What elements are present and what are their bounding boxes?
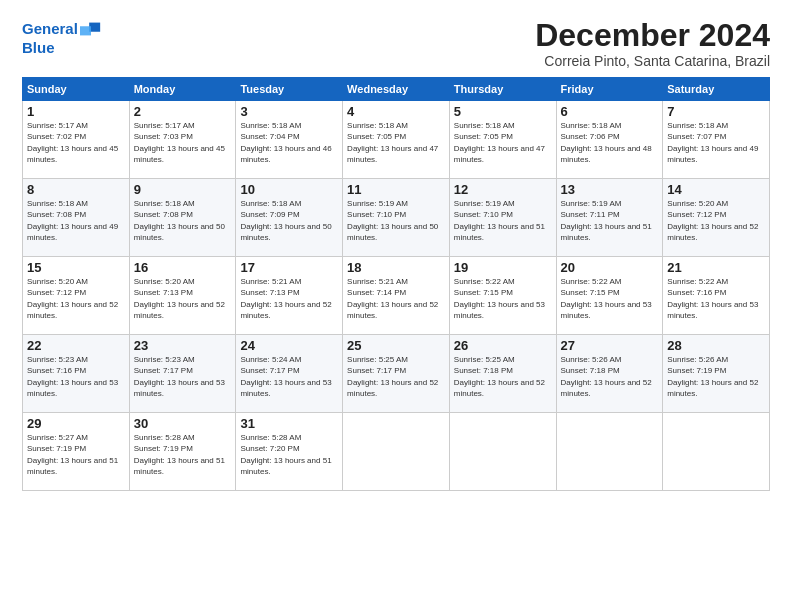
calendar-cell: 4Sunrise: 5:18 AMSunset: 7:05 PMDaylight…: [343, 101, 450, 179]
calendar-cell: 3Sunrise: 5:18 AMSunset: 7:04 PMDaylight…: [236, 101, 343, 179]
col-tuesday: Tuesday: [236, 78, 343, 101]
header: General Blue December 2024 Correia Pinto…: [22, 18, 770, 69]
day-number: 4: [347, 104, 445, 119]
day-number: 10: [240, 182, 338, 197]
col-thursday: Thursday: [449, 78, 556, 101]
day-number: 24: [240, 338, 338, 353]
calendar-cell: 21Sunrise: 5:22 AMSunset: 7:16 PMDayligh…: [663, 257, 770, 335]
day-number: 1: [27, 104, 125, 119]
day-number: 19: [454, 260, 552, 275]
calendar-cell: 25Sunrise: 5:25 AMSunset: 7:17 PMDayligh…: [343, 335, 450, 413]
calendar-cell: 28Sunrise: 5:26 AMSunset: 7:19 PMDayligh…: [663, 335, 770, 413]
sunrise-text: Sunrise: 5:26 AMSunset: 7:19 PMDaylight:…: [667, 355, 758, 398]
col-monday: Monday: [129, 78, 236, 101]
header-row: Sunday Monday Tuesday Wednesday Thursday…: [23, 78, 770, 101]
logo-icon: [80, 18, 102, 40]
day-number: 16: [134, 260, 232, 275]
day-number: 6: [561, 104, 659, 119]
calendar-cell: [556, 413, 663, 491]
calendar-cell: 7Sunrise: 5:18 AMSunset: 7:07 PMDaylight…: [663, 101, 770, 179]
calendar-cell: 14Sunrise: 5:20 AMSunset: 7:12 PMDayligh…: [663, 179, 770, 257]
calendar-cell: 2Sunrise: 5:17 AMSunset: 7:03 PMDaylight…: [129, 101, 236, 179]
calendar-cell: [343, 413, 450, 491]
calendar-cell: 11Sunrise: 5:19 AMSunset: 7:10 PMDayligh…: [343, 179, 450, 257]
sunrise-text: Sunrise: 5:18 AMSunset: 7:08 PMDaylight:…: [134, 199, 225, 242]
calendar-cell: 18Sunrise: 5:21 AMSunset: 7:14 PMDayligh…: [343, 257, 450, 335]
sunrise-text: Sunrise: 5:22 AMSunset: 7:15 PMDaylight:…: [561, 277, 652, 320]
day-number: 25: [347, 338, 445, 353]
logo-general: General: [22, 20, 78, 37]
calendar-cell: 23Sunrise: 5:23 AMSunset: 7:17 PMDayligh…: [129, 335, 236, 413]
day-number: 8: [27, 182, 125, 197]
month-title: December 2024: [535, 18, 770, 53]
day-number: 20: [561, 260, 659, 275]
sunrise-text: Sunrise: 5:18 AMSunset: 7:06 PMDaylight:…: [561, 121, 652, 164]
calendar-cell: 5Sunrise: 5:18 AMSunset: 7:05 PMDaylight…: [449, 101, 556, 179]
sunrise-text: Sunrise: 5:19 AMSunset: 7:10 PMDaylight:…: [454, 199, 545, 242]
calendar-cell: 9Sunrise: 5:18 AMSunset: 7:08 PMDaylight…: [129, 179, 236, 257]
calendar-cell: 24Sunrise: 5:24 AMSunset: 7:17 PMDayligh…: [236, 335, 343, 413]
logo-blue: Blue: [22, 40, 102, 57]
sunrise-text: Sunrise: 5:28 AMSunset: 7:20 PMDaylight:…: [240, 433, 331, 476]
sunrise-text: Sunrise: 5:27 AMSunset: 7:19 PMDaylight:…: [27, 433, 118, 476]
calendar-cell: 8Sunrise: 5:18 AMSunset: 7:08 PMDaylight…: [23, 179, 130, 257]
sunrise-text: Sunrise: 5:18 AMSunset: 7:09 PMDaylight:…: [240, 199, 331, 242]
logo: General Blue: [22, 18, 102, 57]
sunrise-text: Sunrise: 5:25 AMSunset: 7:18 PMDaylight:…: [454, 355, 545, 398]
calendar-week-1: 1Sunrise: 5:17 AMSunset: 7:02 PMDaylight…: [23, 101, 770, 179]
day-number: 5: [454, 104, 552, 119]
day-number: 28: [667, 338, 765, 353]
calendar-cell: 22Sunrise: 5:23 AMSunset: 7:16 PMDayligh…: [23, 335, 130, 413]
calendar-week-3: 15Sunrise: 5:20 AMSunset: 7:12 PMDayligh…: [23, 257, 770, 335]
day-number: 17: [240, 260, 338, 275]
calendar-cell: 12Sunrise: 5:19 AMSunset: 7:10 PMDayligh…: [449, 179, 556, 257]
calendar-cell: 30Sunrise: 5:28 AMSunset: 7:19 PMDayligh…: [129, 413, 236, 491]
calendar-cell: 19Sunrise: 5:22 AMSunset: 7:15 PMDayligh…: [449, 257, 556, 335]
sunrise-text: Sunrise: 5:20 AMSunset: 7:13 PMDaylight:…: [134, 277, 225, 320]
sunrise-text: Sunrise: 5:19 AMSunset: 7:10 PMDaylight:…: [347, 199, 438, 242]
sunrise-text: Sunrise: 5:28 AMSunset: 7:19 PMDaylight:…: [134, 433, 225, 476]
calendar-cell: 10Sunrise: 5:18 AMSunset: 7:09 PMDayligh…: [236, 179, 343, 257]
day-number: 15: [27, 260, 125, 275]
sunrise-text: Sunrise: 5:18 AMSunset: 7:05 PMDaylight:…: [347, 121, 438, 164]
sunrise-text: Sunrise: 5:24 AMSunset: 7:17 PMDaylight:…: [240, 355, 331, 398]
sunrise-text: Sunrise: 5:25 AMSunset: 7:17 PMDaylight:…: [347, 355, 438, 398]
calendar-cell: [449, 413, 556, 491]
day-number: 9: [134, 182, 232, 197]
calendar-cell: 16Sunrise: 5:20 AMSunset: 7:13 PMDayligh…: [129, 257, 236, 335]
col-sunday: Sunday: [23, 78, 130, 101]
day-number: 14: [667, 182, 765, 197]
sunrise-text: Sunrise: 5:21 AMSunset: 7:13 PMDaylight:…: [240, 277, 331, 320]
logo-text: General: [22, 21, 78, 38]
sunrise-text: Sunrise: 5:20 AMSunset: 7:12 PMDaylight:…: [27, 277, 118, 320]
day-number: 23: [134, 338, 232, 353]
sunrise-text: Sunrise: 5:21 AMSunset: 7:14 PMDaylight:…: [347, 277, 438, 320]
calendar-week-4: 22Sunrise: 5:23 AMSunset: 7:16 PMDayligh…: [23, 335, 770, 413]
sunrise-text: Sunrise: 5:18 AMSunset: 7:04 PMDaylight:…: [240, 121, 331, 164]
calendar-cell: [663, 413, 770, 491]
title-block: December 2024 Correia Pinto, Santa Catar…: [535, 18, 770, 69]
sunrise-text: Sunrise: 5:17 AMSunset: 7:02 PMDaylight:…: [27, 121, 118, 164]
sunrise-text: Sunrise: 5:22 AMSunset: 7:15 PMDaylight:…: [454, 277, 545, 320]
calendar-table: Sunday Monday Tuesday Wednesday Thursday…: [22, 77, 770, 491]
sunrise-text: Sunrise: 5:20 AMSunset: 7:12 PMDaylight:…: [667, 199, 758, 242]
day-number: 30: [134, 416, 232, 431]
calendar-cell: 15Sunrise: 5:20 AMSunset: 7:12 PMDayligh…: [23, 257, 130, 335]
calendar-page: General Blue December 2024 Correia Pinto…: [0, 0, 792, 612]
day-number: 7: [667, 104, 765, 119]
day-number: 12: [454, 182, 552, 197]
calendar-cell: 29Sunrise: 5:27 AMSunset: 7:19 PMDayligh…: [23, 413, 130, 491]
day-number: 3: [240, 104, 338, 119]
day-number: 29: [27, 416, 125, 431]
calendar-cell: 1Sunrise: 5:17 AMSunset: 7:02 PMDaylight…: [23, 101, 130, 179]
calendar-cell: 20Sunrise: 5:22 AMSunset: 7:15 PMDayligh…: [556, 257, 663, 335]
day-number: 18: [347, 260, 445, 275]
day-number: 13: [561, 182, 659, 197]
calendar-week-2: 8Sunrise: 5:18 AMSunset: 7:08 PMDaylight…: [23, 179, 770, 257]
calendar-week-5: 29Sunrise: 5:27 AMSunset: 7:19 PMDayligh…: [23, 413, 770, 491]
sunrise-text: Sunrise: 5:23 AMSunset: 7:17 PMDaylight:…: [134, 355, 225, 398]
sunrise-text: Sunrise: 5:17 AMSunset: 7:03 PMDaylight:…: [134, 121, 225, 164]
day-number: 2: [134, 104, 232, 119]
day-number: 31: [240, 416, 338, 431]
col-friday: Friday: [556, 78, 663, 101]
